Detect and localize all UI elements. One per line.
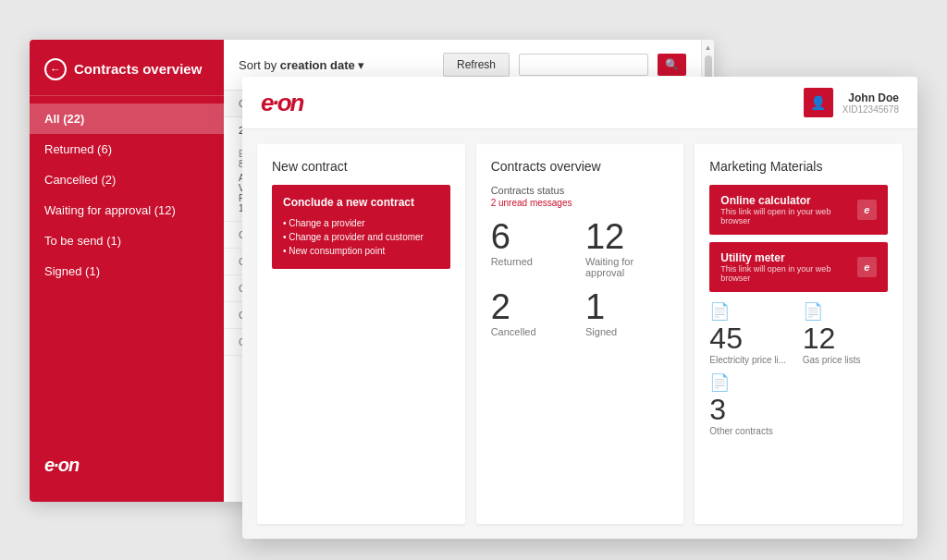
refresh-button[interactable]: Refresh <box>443 53 510 77</box>
status-grid: 6 Returned 12 Waiting for approval 2 Can… <box>491 219 670 337</box>
avatar: 👤 <box>804 88 833 117</box>
marketing-materials-card: Marketing Materials Online calculator Th… <box>695 144 903 524</box>
action-item-change-provider[interactable]: Change a provider <box>283 216 439 230</box>
marketing-title: Marketing Materials <box>709 159 888 174</box>
online-calculator-text: Online calculator This link will open in… <box>720 194 857 225</box>
status-waiting: 12 Waiting for approval <box>585 219 669 278</box>
other-files: 📄 3 Other contracts <box>709 372 794 436</box>
unread-messages: 2 unread messages <box>491 198 670 208</box>
gas-files: 📄 12 Gas price lists <box>803 301 888 365</box>
sidebar-item-returned[interactable]: Returned (6) <box>30 134 224 164</box>
conclude-contract-panel[interactable]: Conclude a new contract Change a provide… <box>272 185 450 269</box>
eon-logo-sidebar: e·on <box>44 455 79 476</box>
user-details: John Doe XID12345678 <box>842 91 899 115</box>
other-label: Other contracts <box>709 426 772 436</box>
other-file-icon: 📄 <box>709 372 730 393</box>
sidebar: ← Contracts overview All (22) Returned (… <box>30 40 224 502</box>
new-contract-card: New contract Conclude a new contract Cha… <box>257 144 465 524</box>
online-calculator-button[interactable]: Online calculator This link will open in… <box>709 185 888 235</box>
utility-meter-icon: e <box>857 257 877 277</box>
scroll-up-icon[interactable]: ▲ <box>705 43 712 52</box>
gas-file-icon: 📄 <box>803 301 823 322</box>
gas-label: Gas price lists <box>803 355 861 365</box>
sidebar-header: ← Contracts overview <box>30 40 224 96</box>
sidebar-item-cancelled[interactable]: Cancelled (2) <box>30 164 224 195</box>
online-calculator-icon: e <box>857 200 877 220</box>
electricity-label: Electricity price li... <box>709 355 786 365</box>
utility-meter-button[interactable]: Utility meter This link will open in you… <box>709 242 888 292</box>
status-cancelled: 2 Cancelled <box>491 289 574 337</box>
gas-count: 12 <box>803 323 836 353</box>
sidebar-item-to-send[interactable]: To be send (1) <box>30 225 224 256</box>
returned-count: 6 <box>491 219 574 254</box>
sidebar-item-signed[interactable]: Signed (1) <box>30 256 224 286</box>
electricity-files: 📄 45 Electricity price li... <box>709 301 794 365</box>
contracts-overview-title: Contracts overview <box>491 159 670 174</box>
sidebar-title: Contracts overview <box>74 61 202 78</box>
signed-label: Signed <box>585 326 669 337</box>
waiting-label: Waiting for approval <box>585 256 669 278</box>
utility-meter-text: Utility meter This link will open in you… <box>720 251 857 283</box>
waiting-count: 12 <box>585 219 669 254</box>
sidebar-logo: e·on <box>30 444 224 487</box>
user-info: 👤 John Doe XID12345678 <box>804 88 899 117</box>
contracts-overview-card: Contracts overview Contracts status 2 un… <box>476 144 684 524</box>
cancelled-label: Cancelled <box>491 326 574 337</box>
sidebar-nav: All (22) Returned (6) Cancelled (2) Wait… <box>30 103 224 444</box>
eon-brand-logo: e·on <box>261 89 302 117</box>
front-panel: e·on 👤 John Doe XID12345678 New contract… <box>242 77 917 539</box>
status-signed: 1 Signed <box>585 289 669 337</box>
user-name: John Doe <box>842 91 899 104</box>
cancelled-count: 2 <box>491 289 574 324</box>
other-count: 3 <box>709 395 726 424</box>
action-item-change-provider-customer[interactable]: Change a provider and customer <box>283 230 439 244</box>
scene: ← Contracts overview All (22) Returned (… <box>30 21 917 539</box>
sort-label: Sort by creation date ▾ <box>239 58 364 72</box>
action-items-list: Change a provider Change a provider and … <box>283 216 439 258</box>
back-icon[interactable]: ← <box>44 58 67 80</box>
user-id: XID12345678 <box>842 104 899 115</box>
sidebar-item-waiting[interactable]: Waiting for approval (12) <box>30 195 224 225</box>
electricity-count: 45 <box>709 323 743 353</box>
status-returned: 6 Returned <box>491 219 574 278</box>
new-contract-title: New contract <box>272 159 450 174</box>
search-input[interactable] <box>519 54 648 76</box>
dashboard-body: New contract Conclude a new contract Cha… <box>242 129 917 539</box>
conclude-title: Conclude a new contract <box>283 196 439 209</box>
sidebar-item-all[interactable]: All (22) <box>30 103 224 134</box>
signed-count: 1 <box>585 289 669 324</box>
action-item-new-consumption[interactable]: New consumption point <box>283 244 439 258</box>
contracts-status-label: Contracts status <box>491 185 670 196</box>
electricity-file-icon: 📄 <box>709 301 730 322</box>
search-button[interactable]: 🔍 <box>658 54 686 76</box>
files-grid: 📄 45 Electricity price li... 📄 12 Gas pr… <box>709 301 888 436</box>
dashboard-header: e·on 👤 John Doe XID12345678 <box>242 77 917 129</box>
returned-label: Returned <box>491 256 574 267</box>
